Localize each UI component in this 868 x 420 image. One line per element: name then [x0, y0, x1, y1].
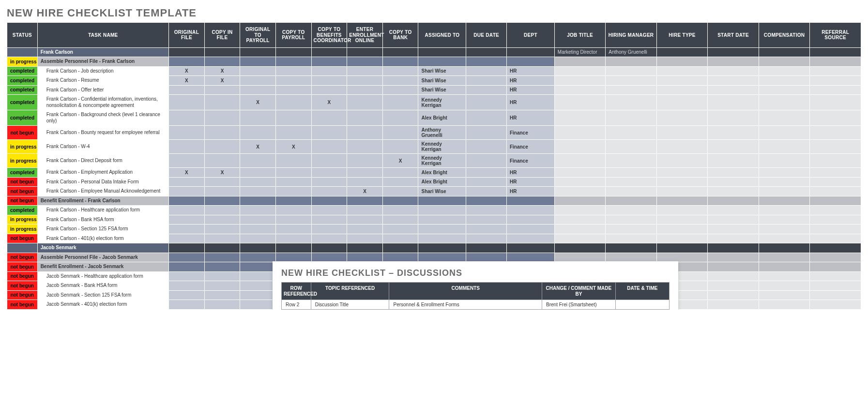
check-cell-originalToPayroll[interactable]: [240, 126, 276, 140]
hireType-cell[interactable]: [656, 154, 708, 168]
dept-cell[interactable]: Finance: [506, 154, 554, 168]
dept-cell[interactable]: [506, 57, 554, 67]
check-cell-copyToBenefits[interactable]: [311, 57, 347, 67]
hireType-cell[interactable]: [656, 47, 708, 57]
status-cell[interactable]: [7, 243, 38, 253]
check-cell-copyToBenefits[interactable]: [311, 253, 347, 262]
check-cell-originalFile[interactable]: [169, 95, 205, 110]
dept-cell[interactable]: HR: [506, 76, 554, 86]
referralSource-cell[interactable]: [810, 154, 861, 168]
task-cell[interactable]: Frank Carlson - Background check (level …: [37, 110, 168, 126]
check-cell-copyToPayroll[interactable]: [275, 95, 311, 110]
check-cell-copyToPayroll[interactable]: [275, 215, 311, 225]
check-cell-copyToPayroll[interactable]: [275, 154, 311, 168]
check-cell-copyToBank[interactable]: [382, 76, 418, 86]
task-cell[interactable]: Assemble Personnel File - Frank Carlson: [37, 57, 168, 67]
task-cell[interactable]: Frank Carlson - Resume: [37, 76, 168, 86]
check-cell-copyToBank[interactable]: [382, 215, 418, 225]
check-cell-copyInFile[interactable]: [204, 177, 240, 187]
compensation-cell[interactable]: [759, 66, 810, 76]
check-cell-originalFile[interactable]: [169, 271, 205, 281]
task-cell[interactable]: Frank Carlson - Bank HSA form: [37, 215, 168, 225]
hireType-cell[interactable]: [656, 126, 708, 140]
check-cell-enterEnrollment[interactable]: [347, 66, 383, 76]
startDate-cell[interactable]: [708, 126, 759, 140]
status-cell[interactable]: completed: [7, 168, 38, 178]
check-cell-enterEnrollment[interactable]: [347, 206, 383, 215]
check-cell-originalFile[interactable]: [169, 85, 205, 95]
status-cell[interactable]: not begun: [7, 177, 38, 187]
hiringManager-cell[interactable]: [606, 85, 657, 95]
check-cell-originalFile[interactable]: [169, 154, 205, 168]
hiringManager-cell[interactable]: [606, 110, 657, 126]
status-cell[interactable]: in progress: [7, 225, 38, 234]
dueDate-cell[interactable]: [466, 110, 507, 126]
compensation-cell[interactable]: [759, 110, 810, 126]
check-cell-copyInFile[interactable]: [204, 290, 240, 300]
check-cell-copyToBenefits[interactable]: [311, 76, 347, 86]
task-cell[interactable]: Jacob Senmark: [37, 243, 168, 253]
check-cell-copyToPayroll[interactable]: [275, 126, 311, 140]
dueDate-cell[interactable]: [466, 168, 507, 178]
check-cell-enterEnrollment[interactable]: [347, 168, 383, 178]
check-cell-copyToPayroll[interactable]: [275, 76, 311, 86]
check-cell-copyInFile[interactable]: [204, 206, 240, 215]
discussions-madeBy-cell[interactable]: Brent Frei (Smartsheet): [542, 300, 616, 310]
hireType-cell[interactable]: [656, 85, 708, 95]
dueDate-cell[interactable]: [466, 140, 507, 154]
referralSource-cell[interactable]: [810, 271, 861, 281]
check-cell-originalToPayroll[interactable]: [240, 168, 276, 178]
check-cell-copyInFile[interactable]: X: [204, 76, 240, 86]
compensation-cell[interactable]: [759, 262, 810, 272]
task-cell[interactable]: Benefit Enrollment - Frank Carlson: [37, 196, 168, 206]
jobTitle-cell[interactable]: [554, 126, 606, 140]
check-cell-copyInFile[interactable]: [204, 47, 240, 57]
referralSource-cell[interactable]: [810, 76, 861, 86]
check-cell-copyInFile[interactable]: [204, 95, 240, 110]
jobTitle-cell[interactable]: [554, 76, 606, 86]
check-cell-copyInFile[interactable]: [204, 196, 240, 206]
hiringManager-cell[interactable]: [606, 57, 657, 67]
status-cell[interactable]: completed: [7, 95, 38, 110]
dept-cell[interactable]: HR: [506, 187, 554, 196]
compensation-cell[interactable]: [759, 253, 810, 262]
jobTitle-cell[interactable]: [554, 215, 606, 225]
status-cell[interactable]: not begun: [7, 234, 38, 243]
startDate-cell[interactable]: [708, 154, 759, 168]
hiringManager-cell[interactable]: [606, 126, 657, 140]
status-cell[interactable]: not begun: [7, 126, 38, 140]
check-cell-copyToBenefits[interactable]: [311, 66, 347, 76]
check-cell-originalFile[interactable]: X: [169, 66, 205, 76]
referralSource-cell[interactable]: [810, 126, 861, 140]
status-cell[interactable]: not begun: [7, 300, 38, 310]
task-cell[interactable]: Assemble Personnel File - Jacob Senmark: [37, 253, 168, 262]
hiringManager-cell[interactable]: [606, 177, 657, 187]
check-cell-originalFile[interactable]: [169, 253, 205, 262]
check-cell-copyToBenefits[interactable]: [311, 154, 347, 168]
status-cell[interactable]: in progress: [7, 140, 38, 154]
check-cell-copyToBenefits[interactable]: [311, 196, 347, 206]
hireType-cell[interactable]: [656, 57, 708, 67]
dueDate-cell[interactable]: [466, 196, 507, 206]
referralSource-cell[interactable]: [810, 57, 861, 67]
assignedTo-cell[interactable]: Alex Bright: [418, 168, 466, 178]
hireType-cell[interactable]: [656, 187, 708, 196]
startDate-cell[interactable]: [708, 95, 759, 110]
task-cell[interactable]: Frank Carlson - Employment Application: [37, 168, 168, 178]
startDate-cell[interactable]: [708, 57, 759, 67]
startDate-cell[interactable]: [708, 177, 759, 187]
referralSource-cell[interactable]: [810, 187, 861, 196]
referralSource-cell[interactable]: [810, 47, 861, 57]
check-cell-enterEnrollment[interactable]: [347, 243, 383, 253]
status-cell[interactable]: not begun: [7, 253, 38, 262]
check-cell-copyToBank[interactable]: [382, 225, 418, 234]
referralSource-cell[interactable]: [810, 225, 861, 234]
check-cell-enterEnrollment[interactable]: [347, 225, 383, 234]
status-cell[interactable]: not begun: [7, 281, 38, 291]
assignedTo-cell[interactable]: [418, 196, 466, 206]
check-cell-originalToPayroll[interactable]: [240, 206, 276, 215]
check-cell-copyToBenefits[interactable]: [311, 177, 347, 187]
check-cell-copyToBenefits[interactable]: [311, 110, 347, 126]
jobTitle-cell[interactable]: [554, 168, 606, 178]
check-cell-copyInFile[interactable]: X: [204, 168, 240, 178]
